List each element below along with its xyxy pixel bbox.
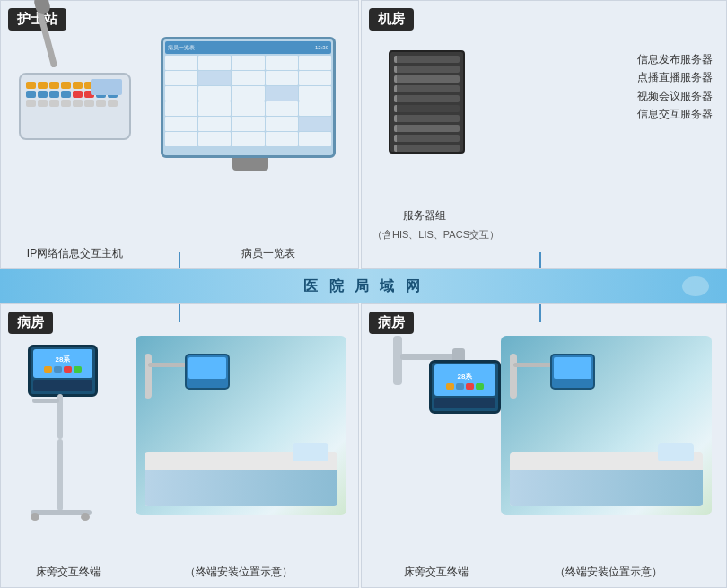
rack-slot: [394, 95, 460, 102]
cell-blue: [198, 71, 231, 85]
terminal-screen: 28系: [28, 345, 98, 397]
ward-left-section: 病房 28系: [0, 303, 359, 588]
bed-photo-bg: [136, 336, 346, 515]
cell-blue: [266, 86, 298, 101]
ward-left-label: 病房: [8, 312, 53, 334]
monitor-header: 病员一览表 12:30: [165, 41, 331, 54]
bed-photo-left: [136, 336, 346, 515]
server-info-line2: 点播直播服务器: [637, 68, 713, 86]
display-strip: [91, 79, 122, 95]
arm-screen-bottom: [434, 398, 495, 408]
server-subcaption: （含HIS、LIS、PACS交互）: [362, 228, 510, 241]
rack-slot: [394, 75, 460, 83]
rack-slot: [394, 105, 460, 112]
btn-gray: [84, 100, 94, 107]
photo-wall-bracket: [145, 354, 152, 399]
monitor-time: 12:30: [315, 45, 328, 50]
server-info-line3: 视频会议服务器: [637, 87, 713, 105]
ip-console-caption: IP网络信息交互主机: [1, 246, 149, 261]
photo-terminal-screen: [188, 357, 226, 379]
blanket: [145, 470, 337, 506]
server-caption: 服务器组: [362, 208, 487, 224]
cell: [266, 132, 298, 146]
photo-wall-bracket-r: [510, 354, 517, 399]
btn-blue: [26, 91, 36, 98]
ward-left-connect-line: [179, 304, 180, 322]
monitor-grid: [163, 54, 333, 148]
sbtn: [64, 366, 72, 373]
server-info-line1: 信息发布服务器: [637, 50, 713, 68]
sbtn: [44, 366, 52, 373]
btn-gray: [108, 100, 118, 107]
rack-slot: [394, 125, 460, 132]
patient-list-caption: 病员一览表: [179, 246, 358, 261]
wheel: [81, 513, 90, 521]
rack-slot: [394, 145, 460, 152]
server-info: 信息发布服务器 点播直播服务器 视频会议服务器 信息交互服务器: [637, 50, 713, 124]
cell: [165, 56, 197, 70]
network-cap: [682, 276, 709, 296]
cell: [165, 117, 197, 131]
cell: [232, 132, 264, 146]
ward-right-connect-line: [539, 304, 541, 322]
monitor-title: 病员一览表: [168, 44, 195, 52]
main-container: 护士站: [0, 0, 727, 588]
btn-gray: [26, 100, 36, 107]
arm-screen-btns: [446, 383, 484, 390]
photo-terminal-r: [550, 354, 595, 390]
cell: [266, 56, 298, 70]
console-body: [19, 73, 131, 140]
cell: [232, 117, 264, 131]
patient-monitor-device: 病员一览表 12:30: [161, 37, 340, 171]
btn-blue: [61, 91, 71, 98]
cell: [299, 56, 331, 70]
rack-slot: [394, 66, 460, 73]
screen-btns: [44, 366, 82, 373]
bed-photo-right-bg: [501, 336, 712, 515]
cell: [198, 56, 231, 70]
arm-screen-content: 28系: [434, 364, 495, 396]
pillow: [293, 443, 328, 461]
btn-orange: [38, 82, 48, 89]
cell: [232, 56, 264, 70]
arm-screen: 28系: [429, 360, 501, 414]
btn-orange: [26, 82, 36, 89]
wheel: [31, 513, 39, 521]
cell: [232, 71, 264, 85]
server-rack-device: [389, 50, 469, 158]
ward-right-label: 病房: [369, 312, 414, 334]
cell-blue: [299, 117, 331, 131]
cell: [266, 71, 298, 85]
screen-content: 28系: [33, 349, 92, 378]
photo-arm: [148, 363, 188, 367]
monitor-screen: 病员一览表 12:30: [161, 37, 336, 158]
btn-gray: [73, 100, 83, 107]
cell: [198, 86, 231, 101]
btn-gray: [61, 100, 71, 107]
btn-gray: [96, 100, 106, 107]
btn-blue: [49, 91, 59, 98]
bed-shape-r: [510, 452, 703, 506]
cell: [299, 132, 331, 146]
bed-location-caption-right: （终端安装位置示意）: [492, 565, 725, 580]
cell: [198, 132, 231, 146]
asbtn: [476, 383, 484, 390]
asbtn: [446, 383, 454, 390]
bed-photo-right: [501, 336, 712, 515]
rack-slot: [394, 115, 460, 122]
photo-terminal: [185, 354, 230, 390]
cell: [232, 101, 264, 116]
bedside-terminal-right: 28系: [384, 336, 501, 515]
bedside-terminal-left: 28系: [23, 336, 104, 524]
cell: [299, 101, 331, 116]
rack-slot: [394, 56, 460, 63]
screen-bottom: [33, 380, 92, 391]
machine-room-section: 机房 信息发布服务器 点播直播服务器 视频会议服务器 信息交互服务器: [361, 0, 727, 269]
ward-right-section: 病房 28系: [361, 303, 727, 588]
cell: [165, 86, 197, 101]
cell: [299, 86, 331, 101]
asbtn: [466, 383, 474, 390]
wall-bracket: [393, 336, 402, 385]
cell: [266, 117, 298, 131]
photo-arm-r: [513, 363, 554, 367]
